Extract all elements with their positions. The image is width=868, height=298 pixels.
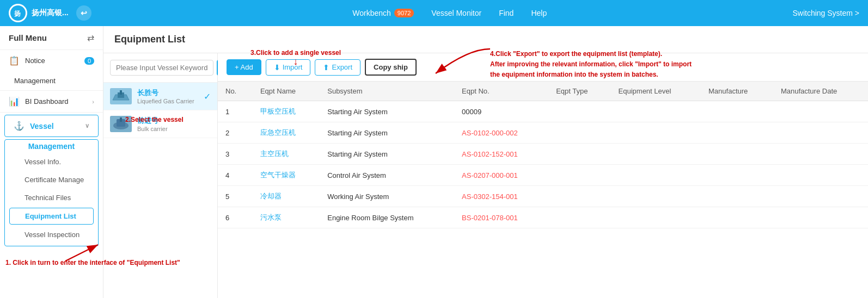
cell-level-0: [611, 101, 701, 122]
cell-level-1: [611, 122, 701, 144]
vessel-name-1: 前进号: [137, 116, 211, 126]
cell-date-0: [773, 101, 868, 122]
sidebar-item-vessel-mgmt[interactable]: ⚓ Vessel ∨: [4, 115, 99, 137]
vessel-check-0: ✓: [204, 91, 211, 102]
sidebar-item-bi[interactable]: 📊 BI Dashboard ›: [0, 91, 103, 113]
vessel-img-0: [110, 88, 132, 104]
cell-name-0: 甲板空压机: [253, 101, 320, 122]
col-subsystem: Subsystem: [320, 82, 454, 101]
cell-type-3: [548, 165, 610, 186]
sidebar-item-technical[interactable]: Technical Files: [5, 189, 98, 207]
back-button[interactable]: ↩: [76, 5, 91, 21]
top-navigation: 扬 扬州高银... ↩ Workbench 9072 Vessel Monito…: [0, 0, 868, 26]
sidebar: Full Menu ⇄ 📋 Notice 0 Management 📊 BI D…: [0, 26, 103, 298]
table-row: 5 冷却器 Working Air System AS-0302-154-001: [218, 186, 868, 207]
svg-rect-8: [120, 117, 122, 122]
table-row: 2 应急空压机 Starting Air System AS-0102-000-…: [218, 122, 868, 144]
sidebar-header: Full Menu ⇄: [0, 26, 103, 50]
cell-type-2: [548, 144, 610, 165]
sidebar-toggle[interactable]: ⇄: [87, 33, 94, 43]
vessel-info-1: 前进号 Bulk carrier: [137, 116, 211, 132]
cell-level-4: [611, 186, 701, 207]
brand-area: 扬 扬州高银... ↩: [9, 4, 107, 22]
cell-date-5: [773, 207, 868, 228]
management-label: Management: [14, 77, 56, 85]
vessel-monitor-nav[interactable]: Vessel Monitor: [431, 9, 481, 17]
cell-no-3: 4: [218, 165, 253, 186]
cell-manufacture-0: [701, 101, 773, 122]
cell-level-5: [611, 207, 701, 228]
svg-rect-4: [120, 90, 122, 95]
find-nav[interactable]: Find: [499, 9, 514, 17]
sidebar-item-equipment-list[interactable]: Equipment List: [9, 208, 94, 225]
import-button[interactable]: ⬇ Import: [266, 59, 311, 76]
cell-date-2: [773, 144, 868, 165]
switching-system[interactable]: Switching System >: [792, 9, 859, 17]
notice-badge: 0: [84, 57, 94, 65]
export-button[interactable]: ⬆ Export: [315, 59, 360, 76]
brand-logo: 扬: [9, 4, 27, 22]
equipment-toolbar: + Add ⬇ Import ⬆ Export Copy ship: [218, 53, 868, 82]
cell-manufacture-1: [701, 122, 773, 144]
cell-name-4: 冷却器: [253, 186, 320, 207]
notice-section: 📋 Notice 0 Management: [0, 50, 103, 91]
vessel-mgmt-label: Vessel: [30, 122, 54, 131]
cell-type-5: [548, 207, 610, 228]
vessel-mgmt-arrow: ∨: [85, 122, 89, 129]
sidebar-item-vessel-info[interactable]: Vessel Info.: [5, 153, 98, 171]
vessel-mgmt-icon: ⚓: [14, 121, 25, 131]
equipment-table: No. Eqpt Name Subsystem Eqpt No. Eqpt Ty…: [218, 82, 868, 298]
add-button[interactable]: + Add: [227, 59, 261, 75]
cell-eqptno-3: AS-0207-000-001: [454, 165, 548, 186]
vessel-name-0: 长胜号: [137, 88, 198, 98]
cell-manufacture-3: [701, 165, 773, 186]
workbench-nav[interactable]: Workbench 9072: [352, 9, 414, 17]
export-icon: ⬆: [323, 63, 329, 72]
cell-name-5: 污水泵: [253, 207, 320, 228]
vessel-search-input[interactable]: [110, 60, 213, 76]
vessel-type-0: Liquefied Gas Carrier: [137, 98, 198, 104]
main-layout: Full Menu ⇄ 📋 Notice 0 Management 📊 BI D…: [0, 26, 868, 298]
cell-manufacture-2: [701, 144, 773, 165]
table-row: 3 主空压机 Starting Air System AS-0102-152-0…: [218, 144, 868, 165]
page-title: Equipment List: [103, 26, 868, 53]
cell-subsystem-1: Starting Air System: [320, 122, 454, 144]
cell-name-1: 应急空压机: [253, 122, 320, 144]
sidebar-item-management[interactable]: Management: [0, 71, 103, 90]
sidebar-item-certificate[interactable]: Certificate Manage: [5, 171, 98, 189]
col-eqpt-type: Eqpt Type: [548, 82, 610, 101]
sidebar-item-vessel-inspection[interactable]: Vessel Inspection: [5, 226, 98, 244]
vessel-type-1: Bulk carrier: [137, 126, 211, 132]
col-manufacture-date: Manufacture Date: [773, 82, 868, 101]
cell-date-4: [773, 186, 868, 207]
vessel-item-0[interactable]: 长胜号 Liquefied Gas Carrier ✓: [103, 83, 217, 110]
cell-date-1: [773, 122, 868, 144]
bi-arrow: ›: [92, 98, 94, 105]
sidebar-item-notice[interactable]: 📋 Notice 0: [0, 50, 103, 71]
cell-type-1: [548, 122, 610, 144]
table-row: 6 污水泵 Engine Room Bilge System BS-0201-0…: [218, 207, 868, 228]
col-eqpt-no: Eqpt No.: [454, 82, 548, 101]
help-nav[interactable]: Help: [531, 9, 547, 17]
cell-eqptno-2: AS-0102-152-001: [454, 144, 548, 165]
equipment-panel: + Add ⬇ Import ⬆ Export Copy ship: [218, 53, 868, 298]
copy-ship-button[interactable]: Copy ship: [365, 59, 417, 76]
notice-label: Notice: [25, 57, 45, 65]
cell-type-4: [548, 186, 610, 207]
cell-subsystem-5: Engine Room Bilge System: [320, 207, 454, 228]
vessel-item-1[interactable]: 前进号 Bulk carrier: [103, 110, 217, 138]
import-icon: ⬇: [274, 63, 280, 72]
cell-name-2: 主空压机: [253, 144, 320, 165]
cell-subsystem-3: Control Air System: [320, 165, 454, 186]
bi-icon: 📊: [9, 96, 20, 107]
table-row: 4 空气干燥器 Control Air System AS-0207-000-0…: [218, 165, 868, 186]
cell-level-3: [611, 165, 701, 186]
table-row: 1 甲板空压机 Starting Air System 00009: [218, 101, 868, 122]
cell-eqptno-0: 00009: [454, 101, 548, 122]
col-equip-level: Equipment Level: [611, 82, 701, 101]
cell-subsystem-0: Starting Air System: [320, 101, 454, 122]
content-body: 🔍: [103, 53, 868, 298]
vessel-img-1: [110, 116, 132, 132]
cell-subsystem-4: Working Air System: [320, 186, 454, 207]
cell-no-0: 1: [218, 101, 253, 122]
